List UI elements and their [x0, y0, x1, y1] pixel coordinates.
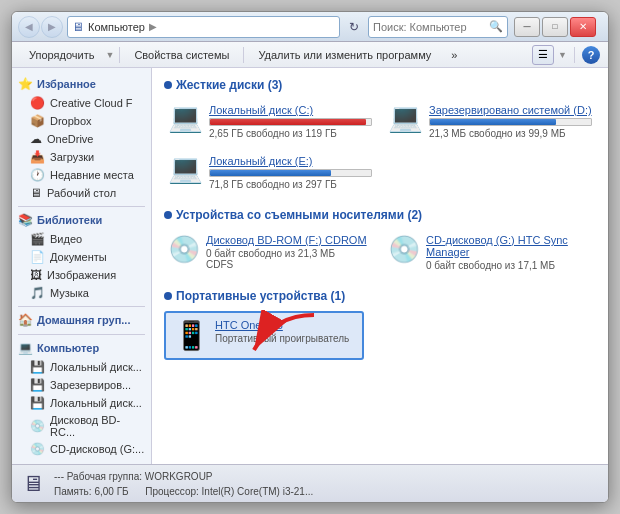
images-icon: 🖼	[30, 268, 42, 282]
libraries-label: Библиотеки	[37, 214, 102, 226]
sidebar-item-local-e[interactable]: 💾 Локальный диск...	[12, 394, 151, 412]
drive-d-name: Зарезервировано системой (D:)	[429, 104, 592, 116]
drive-e-info: Локальный диск (E:) 71,8 ГБ свободно из …	[209, 155, 372, 190]
libraries-section: 📚 Библиотеки 🎬 Видео 📄 Документы 🖼 Изобр…	[12, 210, 151, 302]
hard-drives-title: Жесткие диски (3)	[164, 78, 596, 92]
titlebar: ◀ ▶ 🖥 Компьютер ▶ ↻ 🔍 ─ □ ✕	[12, 12, 608, 42]
sidebar-item-label: Creative Cloud F	[50, 97, 133, 109]
drive-e[interactable]: 💻 Локальный диск (E:) 71,8 ГБ свободно и…	[164, 151, 376, 194]
video-icon: 🎬	[30, 232, 45, 246]
sidebar-item-images[interactable]: 🖼 Изображения	[12, 266, 151, 284]
computer-header[interactable]: 💻 Компьютер	[12, 338, 151, 358]
homegroup-section: 🏠 Домашняя груп...	[12, 310, 151, 330]
sidebar-item-local-c[interactable]: 💾 Локальный диск...	[12, 358, 151, 376]
cdrom-free: 0 байт свободно из 17,1 МБ	[426, 260, 592, 271]
address-text: Компьютер	[88, 21, 145, 33]
close-button[interactable]: ✕	[570, 17, 596, 37]
favorites-icon: ⭐	[18, 77, 33, 91]
sidebar-item-recent[interactable]: 🕐 Недавние места	[12, 166, 151, 184]
search-input[interactable]	[373, 21, 489, 33]
sidebar-item-bdrom[interactable]: 💿 Дисковод BD-RC...	[12, 412, 151, 440]
sidebar-item-creative-cloud[interactable]: 🔴 Creative Cloud F	[12, 94, 151, 112]
bdrom-device-icon: 💿	[168, 234, 200, 265]
sidebar-item-video[interactable]: 🎬 Видео	[12, 230, 151, 248]
toolbar: Упорядочить ▼ Свойства системы Удалить и…	[12, 42, 608, 68]
favorites-section: ⭐ Избранное 🔴 Creative Cloud F 📦 Dropbox…	[12, 74, 151, 202]
favorites-header[interactable]: ⭐ Избранное	[12, 74, 151, 94]
sidebar-item-documents[interactable]: 📄 Документы	[12, 248, 151, 266]
drive-d[interactable]: 💻 Зарезервировано системой (D:) 21,3 МБ …	[384, 100, 596, 143]
sidebar-item-dropbox[interactable]: 📦 Dropbox	[12, 112, 151, 130]
drive-d-fill	[430, 119, 556, 125]
sidebar-item-downloads[interactable]: 📥 Загрузки	[12, 148, 151, 166]
organize-arrow: ▼	[105, 50, 114, 60]
search-box[interactable]: 🔍	[368, 16, 508, 38]
search-icon: 🔍	[489, 20, 503, 33]
organize-button[interactable]: Упорядочить	[20, 44, 103, 66]
downloads-icon: 📥	[30, 150, 45, 164]
bdrom-name: Дисковод BD-ROM (F:) CDROM	[206, 234, 372, 246]
homegroup-icon: 🏠	[18, 313, 33, 327]
help-button[interactable]: ?	[582, 46, 600, 64]
content-area: Жесткие диски (3) 💻 Локальный диск (C:) …	[152, 68, 608, 464]
nav-arrows: ◀ ▶	[18, 16, 63, 38]
forward-button[interactable]: ▶	[41, 16, 63, 38]
sidebar-item-onedrive[interactable]: ☁ OneDrive	[12, 130, 151, 148]
statusbar: 🖥 --- Рабочая группа: WORKGROUP Память: …	[12, 464, 608, 502]
cdrom-device-icon: 💿	[388, 234, 420, 265]
recent-icon: 🕐	[30, 168, 45, 182]
computer-section: 💻 Компьютер 💾 Локальный диск... 💾 Зарезе…	[12, 338, 151, 458]
refresh-button[interactable]: ↻	[344, 17, 364, 37]
cdrom-icon: 💿	[30, 442, 45, 456]
bdrom-icon: 💿	[30, 419, 45, 433]
sidebar-item-label: Рабочий стол	[47, 187, 116, 199]
explorer-window: ◀ ▶ 🖥 Компьютер ▶ ↻ 🔍 ─ □ ✕ Упорядочить …	[11, 11, 609, 503]
drives-grid: 💻 Локальный диск (C:) 2,65 ГБ свободно и…	[164, 100, 596, 194]
favorites-label: Избранное	[37, 78, 96, 90]
sidebar-divider-1	[18, 206, 145, 207]
sidebar-item-label: OneDrive	[47, 133, 93, 145]
statusbar-computer-icon: 🖥	[22, 471, 44, 497]
sidebar-item-cdrom[interactable]: 💿 CD-дисковод (G:...	[12, 440, 151, 458]
cdrom-info: CD-дисковод (G:) HTC Sync Manager 0 байт…	[426, 234, 592, 271]
sidebar-divider-2	[18, 306, 145, 307]
view-button[interactable]: ☰	[532, 45, 554, 65]
window-controls: ─ □ ✕	[514, 17, 596, 37]
sidebar-item-label: Документы	[50, 251, 107, 263]
homegroup-header[interactable]: 🏠 Домашняя груп...	[12, 310, 151, 330]
music-icon: 🎵	[30, 286, 45, 300]
cdrom-name: CD-дисковод (G:) HTC Sync Manager	[426, 234, 592, 258]
sidebar-item-music[interactable]: 🎵 Музыка	[12, 284, 151, 302]
onedrive-icon: ☁	[30, 132, 42, 146]
minimize-button[interactable]: ─	[514, 17, 540, 37]
documents-icon: 📄	[30, 250, 45, 264]
sidebar-item-label: Дисковод BD-RC...	[50, 414, 145, 438]
toolbar-separator-3	[574, 47, 575, 63]
drive-c[interactable]: 💻 Локальный диск (C:) 2,65 ГБ свободно и…	[164, 100, 376, 143]
portable-htc-icon: 📱	[174, 319, 209, 352]
uninstall-button[interactable]: Удалить или изменить программу	[249, 44, 440, 66]
sidebar-divider-3	[18, 334, 145, 335]
statusbar-info: --- Рабочая группа: WORKGROUP Память: 6,…	[54, 469, 598, 499]
address-bar[interactable]: 🖥 Компьютер ▶	[67, 16, 340, 38]
device-bdrom[interactable]: 💿 Дисковод BD-ROM (F:) CDROM 0 байт своб…	[164, 230, 376, 275]
maximize-button[interactable]: □	[542, 17, 568, 37]
libraries-header[interactable]: 📚 Библиотеки	[12, 210, 151, 230]
drive-e-icon: 💻	[168, 155, 203, 183]
portable-container: 📱 HTC One_M8 Портативный проигрыватель	[164, 311, 596, 360]
statusbar-workgroup: --- Рабочая группа: WORKGROUP	[54, 469, 598, 484]
back-button[interactable]: ◀	[18, 16, 40, 38]
system-props-button[interactable]: Свойства системы	[125, 44, 238, 66]
drive-c-fill	[210, 119, 366, 125]
sidebar-item-desktop[interactable]: 🖥 Рабочий стол	[12, 184, 151, 202]
homegroup-label: Домашняя груп...	[37, 314, 130, 326]
computer-icon: 🖥	[72, 20, 84, 34]
address-arrow: ▶	[149, 21, 157, 32]
toolbar-separator-2	[243, 47, 244, 63]
portable-title: Портативные устройства (1)	[164, 289, 596, 303]
device-cdrom[interactable]: 💿 CD-дисковод (G:) HTC Sync Manager 0 ба…	[384, 230, 596, 275]
toolbar-separator-1	[119, 47, 120, 63]
sidebar-item-reserved[interactable]: 💾 Зарезервиров...	[12, 376, 151, 394]
more-button[interactable]: »	[442, 44, 466, 66]
statusbar-memory: Память: 6,00 ГБ	[54, 486, 129, 497]
